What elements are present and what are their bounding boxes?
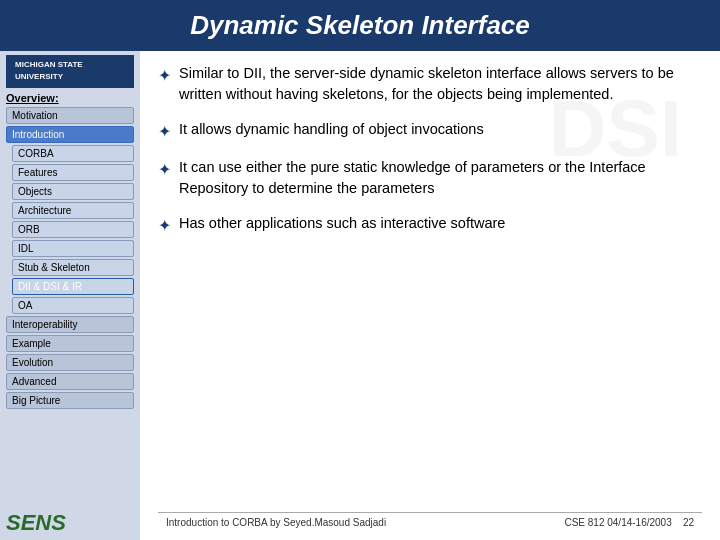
footer-right: CSE 812 04/14-16/2003 22 [564,517,694,528]
nav-item-interoperability[interactable]: Interoperability [6,316,134,333]
nav-item-introduction[interactable]: Introduction [6,126,134,143]
footer-course: CSE 812 04/14-16/2003 [564,517,671,528]
footer: Introduction to CORBA by Seyed.Masoud Sa… [158,512,702,532]
bullet-icon-2: ✦ [158,120,171,143]
list-item: ✦ It can use either the pure static know… [158,157,702,199]
footer-left: Introduction to CORBA by Seyed.Masoud Sa… [166,517,386,528]
content-area: DSI ✦ Similar to DII, the server-side dy… [140,51,720,540]
bullet-text-4: Has other applications such as interacti… [179,213,505,234]
msu-logo: MICHIGAN STATE UNIVERSITY [6,55,134,88]
nav-item-example[interactable]: Example [6,335,134,352]
bullet-icon-1: ✦ [158,64,171,87]
nav-item-architecture[interactable]: Architecture [12,202,134,219]
msu-line2: UNIVERSITY [11,72,129,84]
list-item: ✦ Has other applications such as interac… [158,213,702,237]
page-title: Dynamic Skeleton Interface [190,10,530,40]
page-header: Dynamic Skeleton Interface [0,0,720,51]
sens-text: SENS [6,510,66,535]
list-item: ✦ It allows dynamic handling of object i… [158,119,702,143]
msu-line1: MICHIGAN STATE [11,58,129,72]
nav-item-stub-skeleton[interactable]: Stub & Skeleton [12,259,134,276]
nav-item-big-picture[interactable]: Big Picture [6,392,134,409]
bullet-icon-4: ✦ [158,214,171,237]
bullet-text-1: Similar to DII, the server-side dynamic … [179,63,702,105]
nav-item-dii-dsi-ir[interactable]: DII & DSI & IR [12,278,134,295]
list-item: ✦ Similar to DII, the server-side dynami… [158,63,702,105]
sidebar: MICHIGAN STATE UNIVERSITY Overview: Moti… [0,51,140,540]
sens-logo: SENS [6,504,134,536]
nav-item-motivation[interactable]: Motivation [6,107,134,124]
content-inner: DSI ✦ Similar to DII, the server-side dy… [158,63,702,512]
nav-item-objects[interactable]: Objects [12,183,134,200]
bullet-list: ✦ Similar to DII, the server-side dynami… [158,63,702,237]
bullet-text-3: It can use either the pure static knowle… [179,157,702,199]
nav-item-orb[interactable]: ORB [12,221,134,238]
main-layout: MICHIGAN STATE UNIVERSITY Overview: Moti… [0,51,720,540]
nav-item-oa[interactable]: OA [12,297,134,314]
nav-item-idl[interactable]: IDL [12,240,134,257]
nav-item-features[interactable]: Features [12,164,134,181]
nav-item-evolution[interactable]: Evolution [6,354,134,371]
overview-label: Overview: [6,92,134,104]
footer-page: 22 [683,517,694,528]
bullet-icon-3: ✦ [158,158,171,181]
nav-item-corba[interactable]: CORBA [12,145,134,162]
nav-item-advanced[interactable]: Advanced [6,373,134,390]
bullet-text-2: It allows dynamic handling of object inv… [179,119,484,140]
